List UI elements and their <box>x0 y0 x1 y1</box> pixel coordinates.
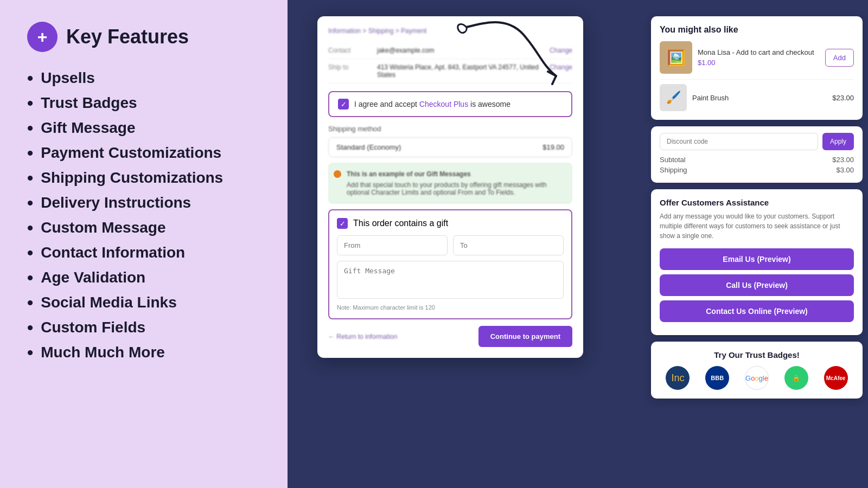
comodo-icon: 🔒 <box>784 366 808 390</box>
contact-value: jake@example.com <box>377 47 550 54</box>
contact-label: Contact <box>328 47 372 54</box>
gift-preview-title: This is an example of our Gift Messages <box>347 170 565 178</box>
right-panel: Information > Shipping > Payment Contact… <box>288 0 868 488</box>
left-panel: + Key Features Upsells Trust Badges Gift… <box>0 0 288 488</box>
upsell-item-1-info: Mona Lisa - Add to cart and checkout $1.… <box>698 48 820 67</box>
ship-row: Ship to 413 Wisteria Place, Apt. 843, Ea… <box>328 59 572 84</box>
feature-item-contact: Contact Information <box>27 244 260 261</box>
breadcrumb: Information > Shipping > Payment <box>328 27 572 35</box>
contact-online-button[interactable]: Contact Us Online (Preview) <box>660 300 854 322</box>
feature-item-gift-message: Gift Message <box>27 119 260 137</box>
agree-label: I agree and accept Checkout Plus is awes… <box>354 100 510 108</box>
gift-order-section: ✓ This order contains a gift Note: Maxim… <box>328 209 572 319</box>
discount-apply-button[interactable]: Apply <box>822 133 854 150</box>
trust-title: Try Our Trust Badges! <box>660 350 854 359</box>
to-input[interactable] <box>453 235 564 255</box>
google-icon: Google <box>745 366 769 390</box>
call-us-button[interactable]: Call Us (Preview) <box>660 274 854 296</box>
upsell-item-2: 🖌️ Paint Brush $23.00 <box>660 79 854 111</box>
subtotal-row: Subtotal $23.00 <box>660 156 854 164</box>
gift-note: Note: Maximum character limit is 120 <box>337 304 564 311</box>
feature-item-payment: Payment Customizations <box>27 144 260 162</box>
gift-order-label: This order contains a gift <box>353 219 448 228</box>
feature-item-upsells: Upsells <box>27 69 260 87</box>
ship-value: 413 Wisteria Place, Apt. 843, Eastport V… <box>377 63 550 79</box>
trust-card: Try Our Trust Badges! Inc BBB Google 🔒 <box>651 342 863 399</box>
shipping-summary-row: Shipping $3.00 <box>660 166 854 174</box>
ship-label: Ship to <box>328 63 372 71</box>
page-title: Key Features <box>66 25 189 48</box>
ship-change[interactable]: Change <box>550 63 572 71</box>
shipping-summary-label: Shipping <box>660 166 687 174</box>
checkout-card: Information > Shipping > Payment Contact… <box>317 16 583 358</box>
shipping-option-price: $19.00 <box>542 143 564 151</box>
trust-badge-mcafee: McAfee <box>824 366 848 390</box>
left-header: + Key Features <box>27 22 260 52</box>
upsell-item-1-add-button[interactable]: Add <box>825 49 854 67</box>
plus-icon: + <box>27 22 58 52</box>
feature-item-more: Much Much More <box>27 344 260 361</box>
shipping-section: Shipping method Standard (Economy) $19.0… <box>328 125 572 157</box>
trust-badge-google: Google <box>745 366 769 390</box>
upsell-item-2-price: $23.00 <box>832 94 854 102</box>
agree-checkbox[interactable]: ✓ <box>338 99 349 110</box>
shipping-summary-value: $3.00 <box>836 166 854 174</box>
checkout-actions: ← Return to information Continue to paym… <box>328 326 572 347</box>
assist-card: Offer Customers Assistance Add any messa… <box>651 189 863 335</box>
gift-message-textarea[interactable] <box>337 261 564 299</box>
shipping-option-name: Standard (Economy) <box>336 143 401 151</box>
subtotal-label: Subtotal <box>660 156 686 164</box>
upsell-item-1-name: Mona Lisa - Add to cart and checkout <box>698 48 820 56</box>
upsell-card: You might also like 🖼️ Mona Lisa - Add t… <box>651 16 863 120</box>
trust-badge-bbb: BBB <box>705 366 729 390</box>
upsell-item-1: 🖼️ Mona Lisa - Add to cart and checkout … <box>660 41 854 74</box>
upsell-item-1-price: $1.00 <box>698 59 820 67</box>
breadcrumb-text: Information > Shipping > Payment <box>328 27 426 35</box>
feature-item-trust-badges: Trust Badges <box>27 94 260 112</box>
inc-icon: Inc <box>666 366 690 390</box>
gift-order-checkbox[interactable]: ✓ <box>337 218 348 229</box>
gift-fields-row <box>337 235 564 255</box>
trust-badge-comodo: 🔒 <box>784 366 808 390</box>
summary-section: Apply Subtotal $23.00 Shipping $3.00 <box>651 126 863 183</box>
gift-preview-dot <box>334 170 341 178</box>
continue-button[interactable]: Continue to payment <box>478 326 572 347</box>
right-side-panel: You might also like 🖼️ Mona Lisa - Add t… <box>651 16 863 399</box>
email-us-button[interactable]: Email Us (Preview) <box>660 248 854 270</box>
from-input[interactable] <box>337 235 448 255</box>
discount-input[interactable] <box>660 133 818 150</box>
agree-checkbox-row[interactable]: ✓ I agree and accept Checkout Plus is aw… <box>328 91 572 117</box>
feature-item-delivery: Delivery Instructions <box>27 194 260 211</box>
upsell-title: You might also like <box>660 25 854 35</box>
shipping-method-label: Shipping method <box>328 125 572 133</box>
discount-row: Apply <box>660 133 854 150</box>
gift-preview-text: Add that special touch to your products … <box>347 181 565 196</box>
feature-item-shipping: Shipping Customizations <box>27 169 260 187</box>
upsell-item-2-name: Paint Brush <box>692 94 729 102</box>
gift-order-checkbox-row[interactable]: ✓ This order contains a gift <box>337 218 564 229</box>
upsell-item-2-image: 🖌️ <box>660 84 687 111</box>
trust-badge-inc: Inc <box>666 366 690 390</box>
shipping-option[interactable]: Standard (Economy) $19.00 <box>328 137 572 157</box>
assist-title: Offer Customers Assistance <box>660 198 854 207</box>
subtotal-value: $23.00 <box>832 156 854 164</box>
feature-item-social: Social Media Links <box>27 294 260 311</box>
feature-list: Upsells Trust Badges Gift Message Paymen… <box>27 69 260 361</box>
feature-item-age: Age Validation <box>27 269 260 286</box>
mcafee-icon: McAfee <box>824 366 848 390</box>
feature-item-custom-message: Custom Message <box>27 219 260 236</box>
upsell-item-1-image: 🖼️ <box>660 41 692 74</box>
return-link[interactable]: ← Return to information <box>328 333 397 341</box>
gift-preview-banner: This is an example of our Gift Messages … <box>328 163 572 204</box>
trust-badges-row: Inc BBB Google 🔒 McAfee <box>660 366 854 390</box>
checkout-plus-link[interactable]: Checkout Plus <box>419 100 468 108</box>
contact-row: Contact jake@example.com Change <box>328 42 572 59</box>
feature-item-custom-fields: Custom Fields <box>27 319 260 336</box>
contact-change[interactable]: Change <box>550 47 572 54</box>
assist-desc: Add any message you would like to your c… <box>660 211 854 241</box>
upsell-item-2-left: 🖌️ Paint Brush <box>660 84 729 111</box>
bbb-icon: BBB <box>705 366 729 390</box>
